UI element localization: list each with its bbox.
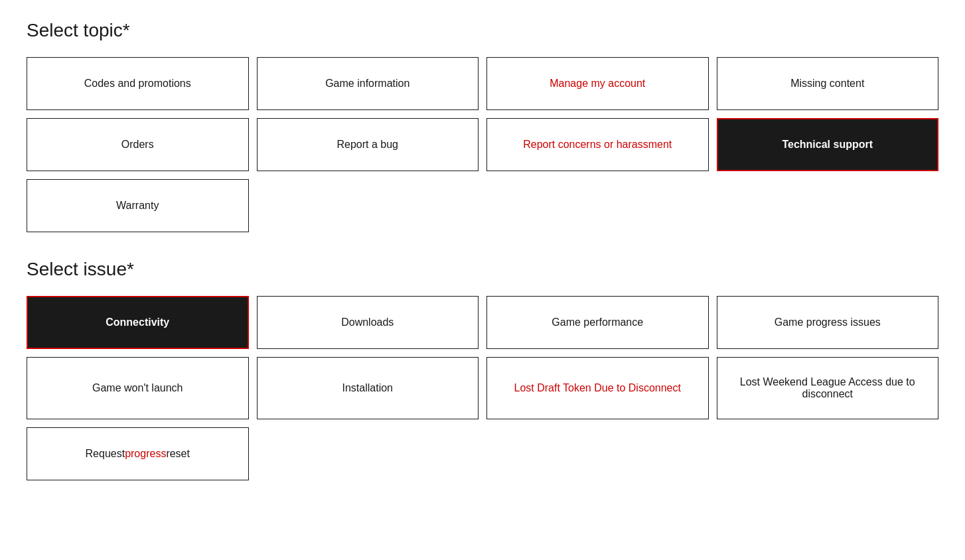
btn-manage-account[interactable]: Manage my account bbox=[486, 57, 709, 110]
select-topic-title: Select topic* bbox=[27, 20, 938, 41]
btn-report-concerns[interactable]: Report concerns or harassment bbox=[486, 118, 709, 171]
btn-game-information[interactable]: Game information bbox=[257, 57, 479, 110]
topic-row-2: Orders Report a bug Report concerns or h… bbox=[27, 118, 938, 171]
issue-row-1: Connectivity Downloads Game performance … bbox=[27, 296, 938, 349]
btn-connectivity[interactable]: Connectivity bbox=[27, 296, 249, 349]
btn-warranty[interactable]: Warranty bbox=[27, 179, 249, 232]
btn-downloads[interactable]: Downloads bbox=[257, 296, 479, 349]
select-issue-section: Select issue* Connectivity Downloads Gam… bbox=[27, 259, 938, 480]
btn-missing-content[interactable]: Missing content bbox=[717, 57, 939, 110]
red-word-progress: progress bbox=[125, 448, 166, 460]
btn-game-progress-issues[interactable]: Game progress issues bbox=[717, 296, 939, 349]
select-issue-title: Select issue* bbox=[27, 259, 938, 280]
topic-row-3: Warranty bbox=[27, 179, 938, 232]
topic-row-1: Codes and promotions Game information Ma… bbox=[27, 57, 938, 110]
btn-game-wont-launch[interactable]: Game won't launch bbox=[27, 357, 249, 419]
select-topic-section: Select topic* Codes and promotions Game … bbox=[27, 20, 938, 232]
btn-game-performance[interactable]: Game performance bbox=[486, 296, 709, 349]
btn-report-bug[interactable]: Report a bug bbox=[257, 118, 479, 171]
btn-installation[interactable]: Installation bbox=[257, 357, 479, 419]
btn-technical-support[interactable]: Technical support bbox=[717, 118, 939, 171]
btn-codes-promotions[interactable]: Codes and promotions bbox=[27, 57, 249, 110]
issue-row-2: Game won't launch Installation Lost Draf… bbox=[27, 357, 938, 419]
btn-lost-weekend-league[interactable]: Lost Weekend League Access due to discon… bbox=[717, 357, 939, 419]
btn-request-progress-reset[interactable]: Request progress reset bbox=[27, 427, 249, 480]
issue-row-3: Request progress reset bbox=[27, 427, 938, 480]
btn-orders[interactable]: Orders bbox=[27, 118, 249, 171]
btn-lost-draft-token[interactable]: Lost Draft Token Due to Disconnect bbox=[486, 357, 709, 419]
